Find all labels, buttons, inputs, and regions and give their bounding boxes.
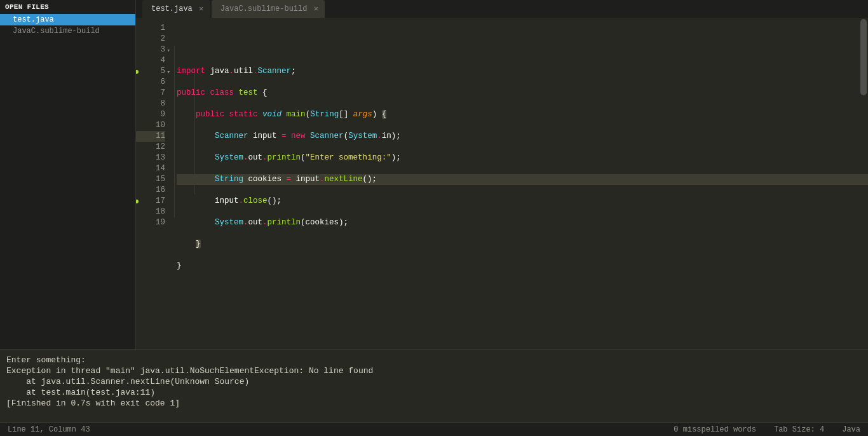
gutter-line[interactable]: 3▾ — [136, 44, 165, 55]
gutter-line[interactable]: 10 — [136, 120, 165, 131]
gutter-line[interactable]: 18 — [136, 207, 165, 217]
gutter-line[interactable]: 1 — [136, 23, 165, 34]
code-line[interactable]: System.out.println(cookies); — [177, 217, 868, 228]
gutter-line[interactable]: 17 — [136, 196, 165, 207]
gutter-line[interactable]: 5▾ — [136, 66, 165, 77]
gutter-line[interactable]: 6 — [136, 77, 165, 88]
gutter-line[interactable]: 15 — [136, 174, 165, 185]
code-line[interactable]: public class test { — [177, 88, 868, 99]
gutter-line[interactable]: 13 — [136, 153, 165, 163]
gutter-line[interactable]: 9 — [136, 109, 165, 120]
code-line[interactable] — [177, 207, 868, 217]
code-line[interactable] — [177, 99, 868, 109]
gutter-line[interactable]: 16 — [136, 185, 165, 196]
vertical-scrollbar[interactable] — [860, 19, 867, 95]
code-line[interactable] — [177, 120, 868, 131]
gutter-line[interactable]: 11 — [136, 131, 165, 142]
code-line[interactable]: import java.util.Scanner; — [177, 66, 868, 77]
status-position[interactable]: Line 11, Column 43 — [8, 425, 674, 434]
status-tab-size[interactable]: Tab Size: 4 — [774, 425, 824, 434]
tab-label: test.java — [151, 4, 193, 13]
code-line[interactable]: } — [177, 261, 868, 271]
code-line[interactable] — [177, 163, 868, 174]
code-editor[interactable]: import java.util.Scanner; public class t… — [170, 18, 868, 349]
sidebar: OPEN FILES test.javaJavaC.sublime-build — [0, 0, 136, 349]
code-line[interactable]: Scanner input = new Scanner(System.in); — [177, 131, 868, 142]
tab-test-java[interactable]: test.java× — [142, 0, 210, 18]
code-line[interactable] — [177, 185, 868, 196]
status-language[interactable]: Java — [842, 425, 860, 434]
tab-bar: test.java×JavaC.sublime-build× — [136, 0, 868, 18]
code-line[interactable]: input.close(); — [177, 196, 868, 207]
code-line[interactable]: public static void main(String[] args) { — [177, 109, 868, 120]
status-bar: Line 11, Column 43 0 misspelled words Ta… — [0, 422, 868, 436]
close-icon[interactable]: × — [313, 5, 318, 13]
gutter-line[interactable]: 14 — [136, 163, 165, 174]
code-line[interactable] — [177, 228, 868, 239]
sidebar-item-javac-sublime-build[interactable]: JavaC.sublime-build — [0, 25, 135, 37]
gutter-line[interactable]: 12 — [136, 142, 165, 153]
code-line[interactable]: String cookies = input.nextLine(); — [177, 174, 868, 185]
gutter: 123▾45▾678910111213141516171819 — [136, 18, 170, 349]
gutter-line[interactable]: 8 — [136, 99, 165, 109]
code-line[interactable]: System.out.println("Enter something:"); — [177, 153, 868, 163]
gutter-line[interactable]: 7 — [136, 88, 165, 99]
gutter-line[interactable]: 2 — [136, 34, 165, 44]
editor-area: test.java×JavaC.sublime-build× 123▾45▾67… — [136, 0, 868, 349]
code-line[interactable] — [177, 142, 868, 153]
modified-marker-icon — [136, 200, 139, 203]
modified-marker-icon — [136, 70, 139, 74]
gutter-line[interactable]: 19 — [136, 217, 165, 228]
close-icon[interactable]: × — [199, 5, 204, 13]
code-line[interactable]: } — [177, 239, 868, 250]
code-line[interactable] — [177, 77, 868, 88]
sidebar-header: OPEN FILES — [0, 0, 135, 14]
tab-javac-sublime-build[interactable]: JavaC.sublime-build× — [212, 0, 325, 18]
gutter-line[interactable]: 4 — [136, 55, 165, 66]
build-output-panel[interactable]: Enter something: Exception in thread "ma… — [0, 349, 868, 422]
sidebar-item-test-java[interactable]: test.java — [0, 14, 135, 25]
status-misspelled[interactable]: 0 misspelled words — [674, 425, 756, 434]
code-line[interactable] — [177, 250, 868, 261]
tab-label: JavaC.sublime-build — [220, 4, 308, 13]
